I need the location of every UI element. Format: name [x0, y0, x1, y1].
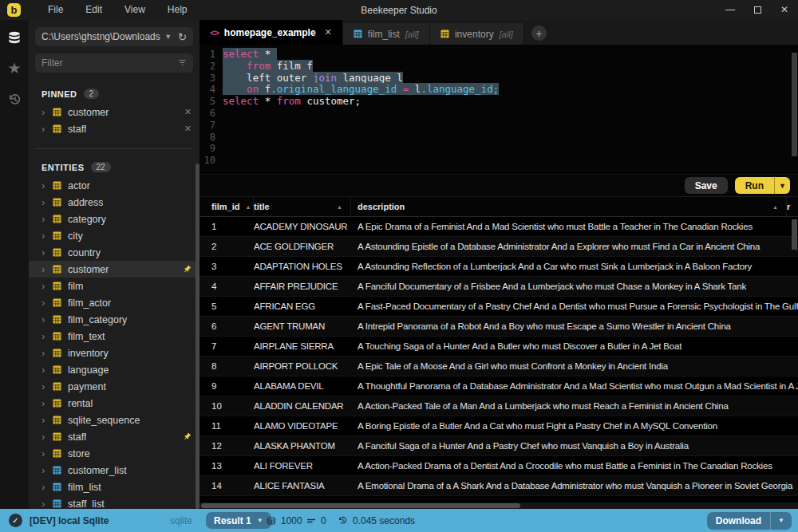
entity-item-inventory[interactable]: ›inventory [29, 345, 200, 361]
table-row[interactable]: 10ALADDIN CALENDARA Action-Packed Tale o… [200, 396, 798, 416]
entity-item-language[interactable]: ›language [29, 361, 200, 378]
minimize-icon[interactable]: — [717, 0, 744, 20]
chevron-right-icon[interactable]: › [41, 347, 51, 359]
chevron-right-icon[interactable]: › [41, 106, 51, 118]
result-selector[interactable]: Result 1 ▼ [206, 512, 271, 529]
chevron-right-icon[interactable]: › [41, 213, 51, 225]
entity-item-category[interactable]: ›category [29, 211, 200, 227]
entity-item-customer_list[interactable]: ›customer_list [29, 462, 200, 479]
entity-item-film_actor[interactable]: ›film_actor [29, 294, 200, 311]
refresh-icon[interactable]: ↻ [178, 31, 187, 43]
chevron-right-icon[interactable]: › [41, 123, 51, 135]
entity-item-staff_list[interactable]: ›staff_list [29, 495, 200, 509]
chevron-right-icon[interactable]: › [41, 196, 51, 208]
column-header-description[interactable]: description ▲ [351, 197, 787, 216]
maximize-icon[interactable] [744, 0, 771, 20]
table-row[interactable]: 13ALI FOREVERA Action-Packed Drama of a … [200, 456, 798, 476]
results-vertical-scrollbar[interactable] [792, 219, 797, 250]
chevron-right-icon[interactable]: › [41, 364, 51, 376]
table-row[interactable]: 2ACE GOLDFINGERA Astounding Epistle of a… [200, 237, 798, 257]
entity-item-rental[interactable]: ›rental [29, 395, 200, 412]
chevron-right-icon[interactable]: › [41, 330, 51, 342]
chevron-right-icon[interactable]: › [41, 464, 51, 476]
entity-item-sqlite_sequence[interactable]: ›sqlite_sequence [29, 412, 200, 428]
save-button[interactable]: Save [685, 177, 728, 194]
entity-item-staff[interactable]: ›staff [29, 428, 200, 445]
menu-file[interactable]: File [37, 0, 74, 20]
column-header-film-id[interactable]: film_id ▲ [200, 197, 254, 216]
entity-item-country[interactable]: ›country [29, 244, 200, 261]
chevron-right-icon[interactable]: › [41, 380, 51, 392]
entity-item-film_text[interactable]: ›film_text [29, 328, 200, 345]
table-row[interactable]: 9ALABAMA DEVILA Thoughtful Panorama of a… [200, 376, 798, 396]
chevron-right-icon[interactable]: › [41, 246, 51, 258]
unpin-close-icon[interactable]: ✕ [184, 107, 192, 117]
entity-item-customer[interactable]: ›customer [29, 261, 200, 278]
column-header-title[interactable]: title ▲ [254, 197, 351, 216]
menu-view[interactable]: View [113, 0, 156, 20]
run-options-caret-icon[interactable]: ▼ [774, 177, 790, 194]
tab-inventory[interactable]: inventory[all] [430, 23, 524, 45]
new-tab-button[interactable]: + [531, 26, 547, 41]
chevron-right-icon[interactable]: › [41, 179, 51, 191]
table-row[interactable]: 11ALAMO VIDEOTAPEA Boring Epistle of a B… [200, 416, 798, 436]
column-header-partial[interactable]: r [787, 197, 798, 216]
sort-icon[interactable]: ▲ [337, 204, 342, 210]
tab-film_list[interactable]: film_list[all] [343, 23, 430, 45]
table-row[interactable]: 6AGENT TRUMANA Intrepid Panorama of a Ro… [200, 317, 798, 337]
menu-edit[interactable]: Edit [74, 0, 113, 20]
chevron-right-icon[interactable]: › [41, 397, 51, 409]
entity-item-store[interactable]: ›store [29, 445, 200, 462]
table-row[interactable]: 8AIRPORT POLLOCKA Epic Tale of a Moose A… [200, 357, 798, 376]
database-icon[interactable] [6, 30, 23, 47]
download-button[interactable]: Download ▼ [707, 512, 792, 530]
pinned-item-staff[interactable]: ›staff✕ [29, 120, 200, 137]
sql-editor[interactable]: 1select * 2 from film f3 left outer join… [200, 45, 798, 174]
chevron-right-icon[interactable]: › [41, 263, 51, 275]
chevron-right-icon[interactable]: › [41, 447, 51, 459]
chevron-right-icon[interactable]: › [41, 313, 51, 325]
filter-funnel-icon[interactable] [178, 56, 187, 70]
table-row[interactable]: 7AIRPLANE SIERRAA Touching Saga of a Hun… [200, 337, 798, 357]
entity-item-film[interactable]: ›film [29, 278, 200, 294]
table-row[interactable]: 5AFRICAN EGGA Fast-Paced Documentary of … [200, 297, 798, 317]
entity-item-city[interactable]: ›city [29, 227, 200, 244]
download-options-caret-icon[interactable]: ▼ [770, 512, 792, 530]
connection-dropdown[interactable]: C:\Users\ghstng\Downloads ▼ ↻ [35, 27, 193, 46]
tab-homepage_example[interactable]: <>homepage_example✕ [200, 20, 343, 45]
menu-help[interactable]: Help [156, 0, 199, 20]
pinned-item-customer[interactable]: ›customer✕ [29, 104, 200, 120]
entity-item-payment[interactable]: ›payment [29, 378, 200, 395]
table-row[interactable]: 4AFFAIR PREJUDICEA Fanciful Documentary … [200, 277, 798, 297]
table-row[interactable]: 1ACADEMY DINOSAURA Epic Drama of a Femin… [200, 217, 798, 237]
entity-item-film_category[interactable]: ›film_category [29, 311, 200, 328]
entity-item-address[interactable]: ›address [29, 194, 200, 211]
tab-suffix: [all] [405, 30, 419, 39]
entity-name: customer_list [68, 465, 127, 476]
chevron-right-icon[interactable]: › [41, 414, 51, 426]
chevron-right-icon[interactable]: › [41, 481, 51, 493]
sort-icon[interactable]: ▲ [772, 204, 778, 210]
chevron-right-icon[interactable]: › [41, 280, 51, 292]
table-row[interactable]: 12ALASKA PHANTOMA Fanciful Saga of a Hun… [200, 436, 798, 456]
history-icon[interactable] [6, 90, 23, 108]
entity-item-actor[interactable]: ›actor [29, 177, 200, 194]
entity-item-film_list[interactable]: ›film_list [29, 479, 200, 495]
unpin-close-icon[interactable]: ✕ [184, 124, 192, 134]
entity-filter[interactable] [35, 53, 193, 73]
tab-close-icon[interactable]: ✕ [325, 27, 332, 37]
filter-input[interactable] [41, 57, 178, 69]
chevron-right-icon[interactable]: › [41, 498, 51, 509]
table-row[interactable]: 3ADAPTATION HOLESA Astounding Reflection… [200, 257, 798, 277]
results-horizontal-scrollbar[interactable] [201, 503, 520, 508]
run-button[interactable]: Run [735, 177, 774, 194]
entity-name: staff [68, 124, 86, 135]
sort-asc-icon[interactable]: ▲ [245, 204, 251, 210]
chevron-right-icon[interactable]: › [41, 230, 51, 242]
editor-scrollbar[interactable] [792, 53, 797, 156]
close-icon[interactable]: ✕ [771, 0, 798, 20]
chevron-right-icon[interactable]: › [41, 431, 51, 443]
table-row[interactable]: 14ALICE FANTASIAA Emotional Drama of a A… [200, 476, 798, 496]
favorites-star-icon[interactable]: ★ [6, 60, 23, 77]
chevron-right-icon[interactable]: › [41, 297, 51, 309]
